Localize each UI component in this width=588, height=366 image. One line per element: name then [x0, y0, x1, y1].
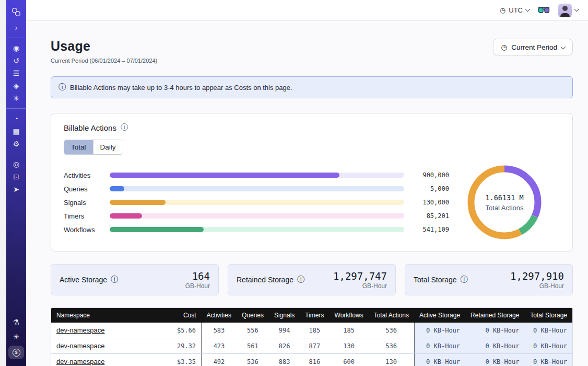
billable-actions-card: Billable Actions ⓘ Total Daily Activitie…	[51, 113, 573, 251]
bar-row: Timers 85,201	[64, 209, 449, 223]
lifebuoy-icon[interactable]: ◎	[9, 158, 23, 170]
sidebar-nav-group-3: ◎ ⊡ ➤	[9, 158, 23, 196]
sun-icon[interactable]: ☀	[9, 331, 23, 342]
monitor-icon[interactable]: ⊡	[9, 171, 23, 182]
clock-arrow-icon[interactable]: ↺	[9, 55, 23, 66]
info-icon: ⓘ	[58, 83, 66, 92]
table-row: dev-namespace 29.32 423 561 826 877 130 …	[51, 338, 572, 354]
sidebar: › ◉ ↺ ☰ ◈ ✳ ◔ ▤ ⚙ ◎ ⊡ ➤ ⚗	[6, 0, 26, 366]
cell-queries: 556	[237, 323, 269, 338]
info-icon[interactable]: ⓘ	[461, 275, 468, 284]
table-header-row: Namespace Cost Activities Queries Signal…	[51, 308, 572, 323]
cell-workflows: 130	[330, 338, 369, 354]
table-row: dev-namespace $5.66 583 556 994 185 185 …	[51, 323, 572, 338]
bar-label: Signals	[64, 199, 99, 207]
info-icon[interactable]: ⓘ	[297, 275, 304, 284]
layers-icon[interactable]: ☰	[9, 67, 23, 79]
bar-label: Timers	[64, 212, 99, 220]
cell-total-storage: 0 KB-Hour	[524, 354, 572, 366]
stopwatch-icon: ◷	[501, 43, 507, 51]
billable-actions-bar-chart: Activities 900,000 Queries 5,000	[64, 168, 449, 236]
bar-track	[110, 227, 404, 232]
storage-card-label: Total Storage	[414, 276, 457, 284]
cell-activities: 423	[202, 338, 237, 354]
glasses-icon[interactable]	[538, 7, 550, 14]
namespace-usage-table: Namespace Cost Activities Queries Signal…	[51, 307, 573, 366]
cell-total-actions: 536	[369, 323, 414, 338]
bar-row: Activities 900,000	[64, 168, 449, 182]
chevron-down-icon	[574, 7, 580, 12]
cube-icon[interactable]: ◈	[9, 80, 23, 92]
bar-row: Workflows 541,109	[64, 223, 449, 236]
info-icon[interactable]: ⓘ	[111, 275, 118, 284]
bar-track	[110, 186, 404, 191]
gear-icon[interactable]: ⚙	[9, 138, 23, 150]
cell-cost: $5.66	[165, 323, 202, 338]
namespace-link[interactable]: dev-namespace	[56, 342, 105, 350]
topbar: ◷ UTC	[26, 0, 588, 21]
rocket-icon[interactable]: ➤	[9, 184, 23, 195]
period-button-label: Current Period	[511, 43, 557, 51]
sidebar-bottom-group: ⚗ ☀ $	[8, 315, 24, 361]
coin-circle: $	[13, 349, 20, 357]
bar-label: Workflows	[64, 226, 99, 234]
storage-card-unit: GB-Hour	[185, 282, 210, 290]
cell-timers: 185	[300, 323, 329, 338]
col-namespace: Namespace	[51, 308, 165, 323]
col-total-actions: Total Actions	[369, 308, 414, 323]
tab-daily[interactable]: Daily	[93, 140, 123, 154]
info-icon[interactable]: ⓘ	[121, 123, 128, 132]
cell-activities: 492	[202, 354, 237, 366]
cell-active-storage: 0 KB-Hour	[414, 323, 465, 338]
namespace-link[interactable]: dev-namespace	[56, 326, 105, 334]
chevron-down-icon	[525, 7, 531, 12]
col-retained-storage: Retained Storage	[465, 308, 524, 323]
gauge-icon[interactable]: ◔	[9, 113, 23, 124]
bar-value: 541,109	[404, 226, 449, 233]
storage-card-label: Retained Storage	[237, 276, 293, 284]
clock-icon: ◷	[500, 6, 505, 14]
namespace-link[interactable]: dev-namespace	[56, 358, 105, 365]
col-workflows: Workflows	[330, 308, 369, 323]
asterisk-icon[interactable]: ✳	[9, 93, 23, 104]
col-cost: Cost	[165, 308, 202, 323]
eye-icon[interactable]: ◉	[9, 42, 23, 54]
sidebar-nav-group-1: ◉ ↺ ☰ ◈ ✳	[9, 42, 23, 105]
bar-fill	[110, 213, 142, 219]
table-row: dev-namespace $3.35 492 536 883 816 600 …	[51, 354, 572, 366]
user-menu[interactable]	[558, 4, 579, 17]
cell-retained-storage: 0 KB-Hour	[465, 323, 524, 338]
cell-timers: 877	[300, 338, 329, 354]
tab-total[interactable]: Total	[64, 140, 93, 154]
storage-summary-row: Active Storage ⓘ 164 GB-Hour Retained St…	[51, 264, 573, 295]
sidebar-nav-group-2: ◔ ▤ ⚙	[9, 112, 23, 150]
col-timers: Timers	[300, 308, 329, 323]
cell-signals: 826	[269, 338, 300, 354]
dollar-coin-icon[interactable]: $	[8, 346, 24, 359]
cell-cost: $3.35	[165, 354, 202, 366]
cell-active-storage: 0 KB-Hour	[414, 354, 465, 366]
bar-value: 130,000	[404, 199, 449, 206]
bar-value: 5,000	[404, 185, 449, 192]
cell-total-actions: 536	[369, 338, 414, 354]
avatar	[558, 4, 572, 17]
card-icon[interactable]: ▤	[9, 125, 23, 137]
timezone-label: UTC	[509, 6, 523, 14]
propeller-logo-icon[interactable]	[9, 5, 23, 19]
cell-signals: 883	[269, 354, 300, 366]
cell-total-storage: 0 KB-Hour	[524, 323, 572, 338]
bar-label: Queries	[64, 185, 99, 193]
col-activities: Activities	[202, 308, 237, 323]
col-signals: Signals	[269, 308, 300, 323]
chevron-right-icon[interactable]: ›	[9, 22, 23, 33]
cell-workflows: 185	[330, 323, 369, 338]
timezone-selector[interactable]: ◷ UTC	[500, 6, 530, 14]
sidebar-divider	[6, 38, 26, 38]
bar-track	[110, 213, 404, 219]
chevron-down-icon	[561, 44, 566, 49]
page-title: Usage	[51, 39, 157, 54]
flask-icon[interactable]: ⚗	[9, 316, 23, 328]
cell-queries: 536	[237, 354, 269, 366]
current-period-button[interactable]: ◷ Current Period	[493, 39, 573, 55]
donut-total-label: Total Actions	[485, 204, 523, 212]
